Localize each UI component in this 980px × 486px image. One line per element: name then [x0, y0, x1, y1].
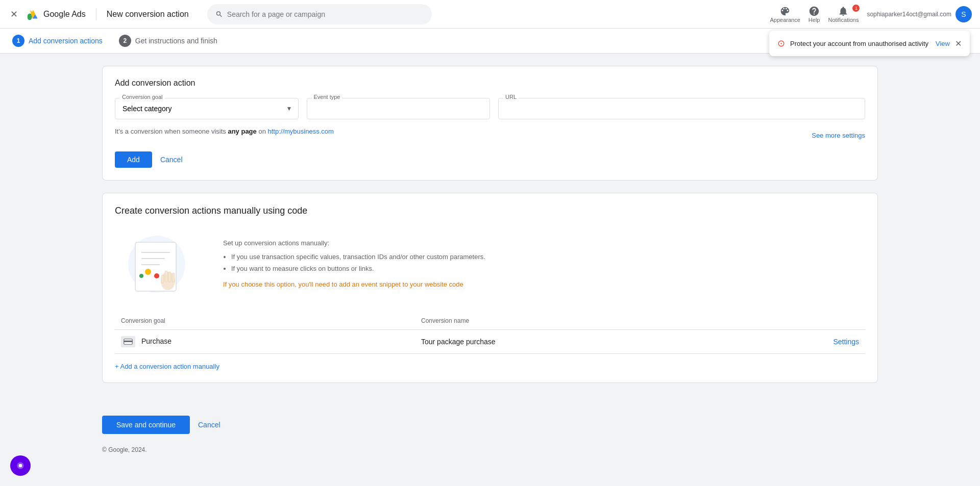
user-avatar: S — [955, 6, 972, 22]
brand-name-text: Google Ads — [43, 10, 86, 19]
col-conversion-goal: Conversion goal — [115, 312, 415, 330]
user-email: sophiaparker14oct@gmail.com — [867, 11, 951, 18]
appearance-action[interactable]: Appearance — [770, 6, 800, 23]
step-2-label: Get instructions and finish — [135, 37, 217, 45]
info-part2: on — [258, 127, 265, 135]
url-field: URL mybusiness.com/ — [498, 98, 865, 119]
manual-description: Set up conversion actions manually: If y… — [223, 238, 485, 290]
step-2-number: 2 — [119, 35, 131, 47]
col-actions — [728, 312, 865, 330]
page-title: New conversion action — [107, 10, 189, 19]
code-illustration-svg — [120, 231, 202, 297]
settings-link[interactable]: Settings — [833, 338, 859, 346]
event-type-input[interactable]: Page load — [307, 98, 491, 119]
appearance-label: Appearance — [770, 17, 800, 23]
footer: © Google, 2024. — [0, 442, 980, 457]
event-type-label: Event type — [312, 94, 342, 100]
add-conversion-title: Add conversion action — [115, 79, 865, 88]
user-info[interactable]: sophiaparker14oct@gmail.com S — [867, 6, 972, 22]
manual-section-content: Set up conversion actions manually: If y… — [115, 228, 865, 300]
conversion-form-row: Conversion goal Select category ▼ docume… — [115, 98, 865, 119]
purchase-icon — [121, 336, 135, 347]
purchase-name-cell: Tour package purchase — [415, 330, 728, 354]
close-button[interactable]: ✕ — [8, 7, 20, 22]
manual-code-card: Create conversion actions manually using… — [102, 193, 878, 383]
help-action[interactable]: Help — [808, 6, 820, 23]
purchase-label: Purchase — [141, 337, 172, 345]
purchase-goal-cell: Purchase — [115, 330, 415, 354]
footer-text: © Google, 2024. — [102, 446, 147, 453]
conversion-goal-label: Conversion goal — [120, 94, 165, 100]
google-ads-logo-icon — [26, 7, 40, 21]
help-label: Help — [808, 17, 820, 23]
svg-rect-17 — [124, 341, 133, 342]
manual-illustration — [115, 228, 207, 300]
conversion-goal-select[interactable]: Select category — [115, 98, 299, 119]
save-continue-button[interactable]: Save and continue — [102, 416, 190, 434]
svg-rect-15 — [161, 275, 164, 283]
credit-card-icon — [124, 338, 133, 345]
url-input[interactable]: mybusiness.com/ — [498, 98, 865, 119]
table-body: Purchase Tour package purchase Settings — [115, 330, 865, 354]
help-icon — [808, 6, 820, 17]
col-conversion-name: Conversion name — [415, 312, 728, 330]
manual-bullet-1: If you use transaction specific values, … — [231, 252, 485, 263]
bottom-cancel-button[interactable]: Cancel — [198, 421, 220, 429]
notif-banner-text: Protect your account from unauthorised a… — [790, 40, 928, 47]
add-conversion-action-link[interactable]: + Add a conversion action manually — [115, 363, 219, 370]
step-1-number: 1 — [12, 35, 24, 47]
notifications-action[interactable]: 1 Notifications — [828, 6, 859, 23]
manual-bullet-2: If you want to measure clicks on buttons… — [231, 264, 485, 274]
conversion-goal-field: Conversion goal Select category ▼ docume… — [115, 98, 299, 119]
brand-logo: Google Ads — [26, 7, 86, 21]
appearance-icon — [779, 6, 791, 17]
notification-badge: 1 — [852, 5, 860, 12]
info-row: It's a conversion when someone visits an… — [115, 127, 865, 143]
add-cancel-button[interactable]: Cancel — [160, 156, 183, 164]
step-1-label: Add conversion actions — [29, 37, 103, 45]
svg-rect-13 — [168, 272, 171, 282]
add-conversion-actions: Add Cancel — [115, 151, 865, 168]
svg-point-10 — [139, 274, 143, 278]
notif-view-link[interactable]: View — [936, 40, 950, 47]
see-more-link[interactable]: See more settings — [812, 132, 865, 139]
purchase-settings-cell: Settings — [728, 330, 865, 354]
search-icon — [215, 10, 223, 18]
manual-desc-title: Set up conversion actions manually: — [223, 238, 485, 249]
conversion-table: Conversion goal Conversion name Pu — [115, 312, 865, 354]
info-part1: It's a conversion when someone visits — [115, 127, 226, 135]
step-1[interactable]: 1 Add conversion actions — [12, 35, 103, 47]
info-link[interactable]: http://mybusiness.com — [268, 127, 334, 135]
notif-close-button[interactable]: ✕ — [955, 39, 962, 48]
notifications-icon — [838, 6, 849, 17]
search-input[interactable] — [227, 10, 424, 18]
svg-rect-12 — [165, 271, 167, 282]
add-conversion-card: Add conversion action Conversion goal Se… — [102, 66, 878, 181]
search-bar[interactable] — [207, 4, 432, 24]
manual-desc-bullets: If you use transaction specific values, … — [231, 252, 485, 274]
warning-icon: ⊙ — [777, 38, 785, 49]
nav-divider — [96, 8, 96, 20]
table-header: Conversion goal Conversion name — [115, 312, 865, 330]
info-bold: any page — [228, 127, 256, 135]
svg-rect-14 — [172, 273, 175, 282]
svg-point-8 — [145, 269, 151, 275]
main-content: Add conversion action Conversion goal Se… — [0, 54, 980, 407]
nav-left: ✕ Google Ads New conversion action — [8, 4, 432, 24]
nav-actions: Appearance Help 1 Notifications sophiapa… — [770, 6, 972, 23]
notification-banner: ⊙ Protect your account from unauthorised… — [769, 31, 970, 56]
bottom-actions-bar: Save and continue Cancel — [0, 407, 980, 442]
manual-section-title: Create conversion actions manually using… — [115, 206, 865, 216]
step-2[interactable]: 2 Get instructions and finish — [119, 35, 217, 47]
add-button[interactable]: Add — [115, 151, 152, 168]
top-navigation: ✕ Google Ads New conversion action — [0, 0, 980, 29]
url-label: URL — [503, 94, 519, 100]
table-header-row: Conversion goal Conversion name — [115, 312, 865, 330]
notifications-label: Notifications — [828, 17, 859, 23]
manual-orange-text: If you choose this option, you'll need t… — [223, 279, 485, 290]
svg-point-9 — [154, 273, 159, 278]
event-type-field: Event type Page load — [307, 98, 491, 119]
info-text: It's a conversion when someone visits an… — [115, 127, 334, 135]
table-row: Purchase Tour package purchase Settings — [115, 330, 865, 354]
